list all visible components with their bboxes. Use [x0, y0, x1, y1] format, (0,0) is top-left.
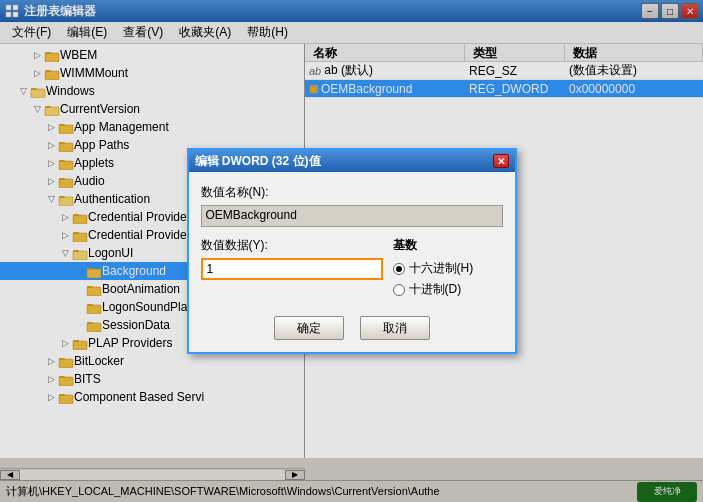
dialog-title: 编辑 DWORD (32 位)值 [195, 153, 321, 170]
dialog-base-section: 基数 十六进制(H) 十进制(D) [393, 237, 503, 302]
dialog-name-label: 数值名称(N): [201, 184, 503, 201]
radio-hex-circle[interactable] [393, 263, 405, 275]
dialog-overlay: 编辑 DWORD (32 位)值 ✕ 数值名称(N): OEMBackgroun… [0, 0, 703, 502]
dialog-data-section: 数值数据(Y): 基数 十六进制(H) 十进制(D) [201, 237, 503, 302]
radio-hex-label: 十六进制(H) [409, 260, 474, 277]
radio-dec-label: 十进制(D) [409, 281, 462, 298]
dialog-name-value: OEMBackground [201, 205, 503, 227]
dialog-body: 数值名称(N): OEMBackground 数值数据(Y): 基数 十六进制(… [189, 172, 515, 352]
dialog-close-button[interactable]: ✕ [493, 154, 509, 168]
radio-dec[interactable]: 十进制(D) [393, 281, 503, 298]
edit-dword-dialog: 编辑 DWORD (32 位)值 ✕ 数值名称(N): OEMBackgroun… [187, 148, 517, 354]
dialog-data-label: 数值数据(Y): [201, 237, 383, 254]
dialog-data-input[interactable] [201, 258, 383, 280]
base-label: 基数 [393, 237, 503, 254]
radio-dec-circle[interactable] [393, 284, 405, 296]
dialog-cancel-button[interactable]: 取消 [360, 316, 430, 340]
dialog-data-left: 数值数据(Y): [201, 237, 383, 302]
radio-hex[interactable]: 十六进制(H) [393, 260, 503, 277]
dialog-buttons: 确定 取消 [201, 316, 503, 340]
dialog-title-bar: 编辑 DWORD (32 位)值 ✕ [189, 150, 515, 172]
dialog-ok-button[interactable]: 确定 [274, 316, 344, 340]
